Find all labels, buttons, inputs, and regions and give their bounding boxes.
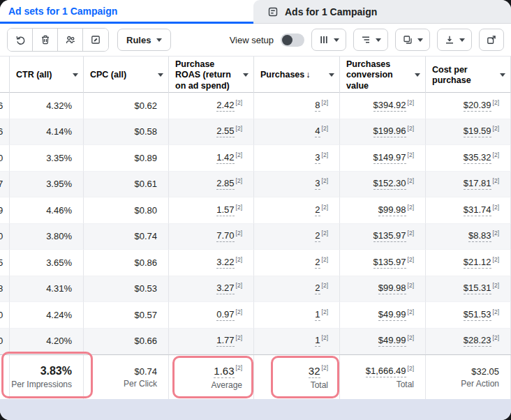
table-row[interactable]: 6 4.14% $0.58 2.55[2] 4[2] $199.96[2] $1… xyxy=(0,119,511,146)
view-controls-group: View setup xyxy=(230,29,504,51)
header-cell-roas[interactable]: Purchase ROAS (return on ad spend) xyxy=(169,57,254,94)
summary-conversion-value: $1,666.49[2] xyxy=(366,366,414,377)
cell-roas: 2.55[2] xyxy=(169,119,254,146)
cell-partial: 5 xyxy=(0,250,10,276)
cell-purchases: 4[2] xyxy=(254,119,340,146)
cell-cpc: $0.58 xyxy=(84,119,169,146)
summary-purchases-label: Total xyxy=(311,380,328,390)
header-cell-cpc[interactable]: CPC (all) xyxy=(84,57,169,94)
export-dropdown[interactable] xyxy=(437,29,472,51)
tab-ads[interactable]: Ads for 1 Campaign xyxy=(253,0,511,24)
cell-purchases: 1[2] xyxy=(254,329,340,355)
cell-ctr: 3.80% xyxy=(10,224,84,250)
header-cell-cost[interactable]: Cost per purchase xyxy=(426,57,511,94)
cell-roas: 2.85[2] xyxy=(169,172,254,198)
cell-partial: 7 xyxy=(0,172,10,198)
table-row[interactable]: 0 3.80% $0.74 7.70[2] 2[2] $135.97[2] $8… xyxy=(0,224,511,250)
table-row[interactable]: 5 3.65% $0.86 3.22[2] 2[2] $135.97[2] $2… xyxy=(0,250,511,276)
table-row[interactable]: 0 4.24% $0.57 0.97[2] 1[2] $49.99[2] $51… xyxy=(0,302,511,329)
cell-conversion: $135.97[2] xyxy=(340,224,426,250)
cell-conversion: $149.97[2] xyxy=(340,145,426,172)
cell-cost: $8.83[2] xyxy=(426,224,511,250)
cell-roas: 0.97[2] xyxy=(169,302,254,329)
cell-roas: 3.22[2] xyxy=(169,250,254,276)
edit-button[interactable] xyxy=(83,29,108,51)
cell-cost: $21.12[2] xyxy=(426,250,511,276)
view-setup-label: View setup xyxy=(230,35,274,45)
chevron-down-icon[interactable] xyxy=(329,73,334,77)
chevron-down-icon[interactable] xyxy=(158,73,163,77)
header-cell-purchases[interactable]: Purchases↓ xyxy=(254,57,340,94)
cell-cpc: $0.80 xyxy=(84,197,169,224)
view-setup-toggle[interactable] xyxy=(281,33,304,47)
breakdown-dropdown[interactable] xyxy=(353,29,388,51)
summary-ctr-value: 3.83% xyxy=(40,365,72,377)
header-cell-conversion[interactable]: Purchases conversion value xyxy=(340,57,426,94)
tab-ads-label: Ads for 1 Campaign xyxy=(285,6,377,17)
cell-cost: $35.32[2] xyxy=(426,145,511,172)
ads-manager-window: Ad sets for 1 Campaign Ads for 1 Campaig… xyxy=(0,0,511,420)
cell-purchases: 3[2] xyxy=(254,172,340,198)
table-row[interactable]: 8 4.31% $0.53 3.27[2] 2[2] $99.98[2] $15… xyxy=(0,276,511,303)
table-summary-row: 3.83% Per Impressions $0.74 Per Click 1.… xyxy=(0,354,511,399)
columns-dropdown[interactable] xyxy=(311,29,346,51)
cell-ctr: 4.24% xyxy=(10,302,84,329)
cell-cpc: $0.66 xyxy=(84,329,169,355)
cell-partial: 0 xyxy=(0,224,10,250)
ab-test-button[interactable] xyxy=(58,29,83,51)
table-body: 6 4.32% $0.62 2.42[2] 8[2] $394.92[2] $2… xyxy=(0,93,511,354)
chevron-down-icon[interactable] xyxy=(415,73,420,77)
cell-roas: 2.42[2] xyxy=(169,93,254,119)
chevron-down-icon[interactable] xyxy=(500,73,505,77)
cell-cost: $17.81[2] xyxy=(426,172,511,198)
cell-ctr: 4.14% xyxy=(10,119,84,146)
header-cell-ctr[interactable]: CTR (all) xyxy=(10,57,84,94)
reports-dropdown[interactable] xyxy=(395,29,430,51)
summary-cost-value: $32.05 xyxy=(471,366,499,377)
cell-roas: 7.70[2] xyxy=(169,224,254,250)
cell-ctr: 4.31% xyxy=(10,276,84,303)
rules-label: Rules xyxy=(126,35,151,45)
cell-ctr: 4.32% xyxy=(10,93,84,119)
cell-partial: 0 xyxy=(0,302,10,329)
columns-icon xyxy=(318,34,329,45)
chevron-down-icon[interactable] xyxy=(73,73,78,77)
cell-purchases: 2[2] xyxy=(254,224,340,250)
delete-button[interactable] xyxy=(33,29,58,51)
header-cpc-label: CPC (all) xyxy=(90,70,126,80)
summary-cell-roas: 1.63[2] Average xyxy=(169,355,254,399)
summary-conversion-label: Total xyxy=(397,380,414,389)
table-header-row: CTR (all) CPC (all) Purchase ROAS (retur… xyxy=(0,56,511,93)
table-row[interactable]: 9 4.46% $0.80 1.57[2] 2[2] $99.98[2] $31… xyxy=(0,197,511,224)
chevron-down-icon xyxy=(459,38,465,42)
cell-partial: 0 xyxy=(0,329,10,355)
summary-cell-conversion: $1,666.49[2] Total xyxy=(340,355,426,399)
charts-button[interactable] xyxy=(479,29,504,51)
rules-dropdown[interactable]: Rules xyxy=(117,29,171,51)
tab-ad-sets[interactable]: Ad sets for 1 Campaign xyxy=(0,0,253,24)
undo-button[interactable] xyxy=(8,29,33,51)
summary-roas-value: 1.63[2] xyxy=(214,365,242,378)
breakdown-icon xyxy=(360,34,371,45)
export-icon xyxy=(444,34,455,45)
cell-cpc: $0.86 xyxy=(84,250,169,276)
cell-conversion: $199.96[2] xyxy=(340,119,426,146)
summary-cell-partial xyxy=(0,355,10,399)
table-row[interactable]: 0 3.35% $0.89 1.42[2] 3[2] $149.97[2] $3… xyxy=(0,145,511,172)
table-row[interactable]: 0 4.20% $0.66 1.77[2] 1[2] $49.99[2] $28… xyxy=(0,329,511,355)
cell-roas: 1.77[2] xyxy=(169,329,254,355)
summary-cell-purchases: 32[2] Total xyxy=(254,355,340,399)
table-row[interactable]: 7 3.95% $0.61 2.85[2] 3[2] $152.30[2] $1… xyxy=(0,172,511,198)
cell-conversion: $49.99[2] xyxy=(340,329,426,355)
edit-icon xyxy=(90,34,101,45)
table-row[interactable]: 6 4.32% $0.62 2.42[2] 8[2] $394.92[2] $2… xyxy=(0,93,511,119)
cell-cost: $15.31[2] xyxy=(426,276,511,303)
cell-ctr: 3.65% xyxy=(10,250,84,276)
cell-cpc: $0.57 xyxy=(84,302,169,329)
bottom-scroll-area[interactable] xyxy=(0,399,511,420)
cell-roas: 3.27[2] xyxy=(169,276,254,303)
chevron-down-icon xyxy=(334,38,339,42)
chevron-down-icon[interactable] xyxy=(243,73,249,77)
cell-roas: 1.57[2] xyxy=(169,197,254,224)
cell-ctr: 4.20% xyxy=(10,329,84,355)
